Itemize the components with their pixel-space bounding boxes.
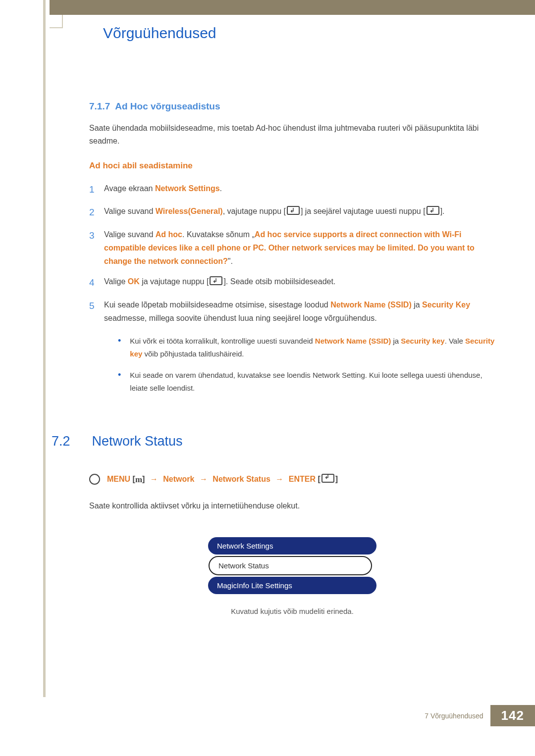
- menu-item-network-settings: Network Settings: [208, 537, 376, 554]
- step-item: 1 Avage ekraan Network Settings.: [89, 182, 495, 198]
- footer-text: 7 Võrguühendused: [425, 712, 483, 720]
- image-caption: Kuvatud kujutis võib mudeliti erineda.: [89, 607, 495, 615]
- note-text: Kui võrk ei tööta korralikult, kontrolli…: [130, 335, 495, 360]
- step-item: 3 Valige suvand Ad hoc. Kuvatakse sõnum …: [89, 228, 495, 268]
- menu-m-icon: m: [135, 475, 142, 484]
- step-text: Valige suvand Wireless(General), vajutag…: [104, 204, 495, 220]
- left-decorative-strip: [43, 0, 46, 697]
- chapter-title: Võrguühendused: [103, 25, 495, 42]
- sub-heading: Ad hoci abil seadistamine: [89, 161, 495, 171]
- step-num: 1: [89, 182, 104, 198]
- status-paragraph: Saate kontrollida aktiivset võrku ja int…: [89, 500, 495, 512]
- subsection-heading: 7.1.7Ad Hoc võrguseadistus: [89, 101, 495, 112]
- page-footer: 7 Võrguühendused 142: [0, 705, 535, 726]
- step-num: 3: [89, 228, 104, 268]
- menu-preview: Network Settings Network Status MagicInf…: [208, 537, 376, 594]
- step-num: 4: [89, 275, 104, 291]
- section-number: 7.2: [52, 434, 70, 449]
- enter-icon: [210, 276, 222, 285]
- step-item: 4 Valige OK ja vajutage nuppu []. Seade …: [89, 275, 495, 291]
- circle-icon: [89, 474, 100, 485]
- bullet-icon: •: [118, 369, 121, 394]
- enter-icon: [321, 474, 334, 483]
- top-decorative-band: [50, 0, 535, 15]
- step-text: Avage ekraan Network Settings.: [104, 182, 495, 198]
- step-item: 2 Valige suvand Wireless(General), vajut…: [89, 204, 495, 220]
- step-num: 2: [89, 204, 104, 220]
- intro-paragraph: Saate ühendada mobiilsideseadme, mis toe…: [89, 122, 495, 147]
- menu-path-text: MENU [m] → Network → Network Status → EN…: [107, 474, 338, 485]
- note-block: • Kui võrk ei tööta korralikult, kontrol…: [118, 335, 495, 394]
- note-item: • Kui seade on varem ühendatud, kuvataks…: [118, 369, 495, 394]
- section-heading: 7.2 Network Status: [89, 434, 495, 449]
- step-text: Valige OK ja vajutage nuppu []. Seade ot…: [104, 275, 495, 291]
- section-title: Network Status: [92, 434, 183, 449]
- page-number: 142: [490, 705, 535, 726]
- menu-path: MENU [m] → Network → Network Status → EN…: [89, 474, 495, 485]
- step-item: 5 Kui seade lõpetab mobiilsideseadme ots…: [89, 298, 495, 325]
- top-corner-box: [50, 15, 63, 28]
- enter-icon: [427, 206, 439, 215]
- subsection-number: 7.1.7: [89, 101, 110, 111]
- note-item: • Kui võrk ei tööta korralikult, kontrol…: [118, 335, 495, 360]
- menu-item-network-status: Network Status: [209, 556, 372, 575]
- step-text: Valige suvand Ad hoc. Kuvatakse sõnum „A…: [104, 228, 495, 268]
- step-num: 5: [89, 298, 104, 325]
- step-text: Kui seade lõpetab mobiilsideseadme otsim…: [104, 298, 495, 325]
- menu-item-magicinfo: MagicInfo Lite Settings: [208, 577, 376, 594]
- note-text: Kui seade on varem ühendatud, kuvatakse …: [130, 369, 495, 394]
- step-list: 1 Avage ekraan Network Settings. 2 Valig…: [89, 182, 495, 325]
- subsection-title-text: Ad Hoc võrguseadistus: [115, 101, 220, 111]
- bullet-icon: •: [118, 335, 121, 360]
- enter-icon: [287, 206, 300, 215]
